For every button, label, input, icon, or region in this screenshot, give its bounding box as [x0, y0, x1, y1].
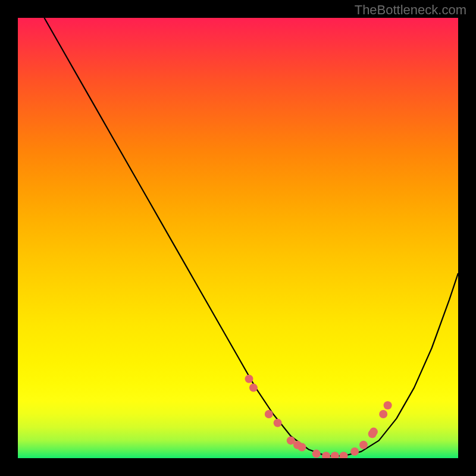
marker-dot: [350, 447, 359, 456]
marker-dot: [249, 384, 258, 392]
marker-dot: [379, 410, 387, 418]
marker-dot: [369, 428, 378, 436]
marker-dot: [340, 452, 348, 458]
chart-svg: [18, 18, 458, 458]
marker-dot: [265, 410, 273, 418]
marker-dot: [274, 419, 282, 427]
marker-dot: [331, 452, 339, 458]
marker-dot: [322, 452, 330, 458]
marker-dot: [298, 443, 306, 452]
marker-dot: [245, 375, 253, 383]
marker-dot: [384, 401, 392, 409]
marker-dot: [359, 441, 368, 449]
watermark-text: TheBottleneck.com: [355, 2, 466, 18]
marker-dot: [312, 450, 321, 458]
